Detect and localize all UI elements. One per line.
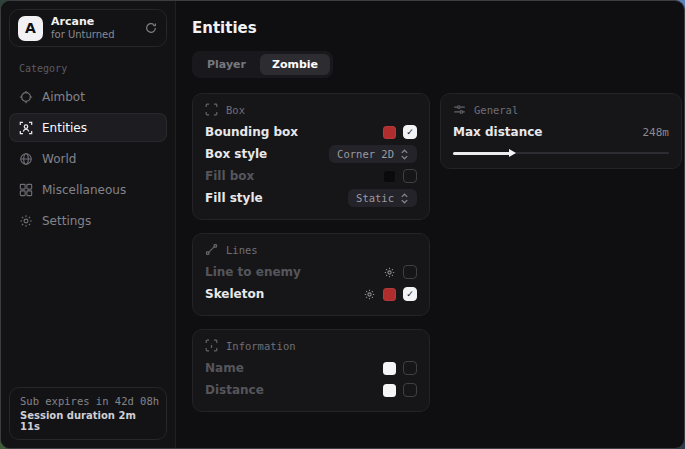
lines-card: Lines Line to enemy <box>192 233 430 316</box>
refresh-icon[interactable] <box>144 21 158 35</box>
fill-style-dropdown[interactable]: Static <box>348 189 417 207</box>
setting-row-box-style: Box style Corner 2D <box>205 143 417 165</box>
checkbox-name[interactable] <box>403 361 417 375</box>
color-swatch[interactable] <box>383 288 396 301</box>
gear-icon <box>19 214 33 228</box>
information-icon <box>205 339 218 352</box>
setting-row-fill-style: Fill style Static <box>205 187 417 209</box>
entity-tabs: Player Zombie <box>192 51 333 78</box>
sidebar-item-label: World <box>42 152 76 166</box>
max-distance-value: 248m <box>643 126 670 139</box>
slider-thumb[interactable] <box>509 149 516 157</box>
setting-row-name: Name <box>205 357 417 379</box>
entities-icon <box>19 121 33 135</box>
setting-row-line-to-enemy: Line to enemy <box>205 261 417 283</box>
tab-zombie[interactable]: Zombie <box>260 54 330 75</box>
sidebar-item-entities[interactable]: Entities <box>9 113 167 142</box>
information-card: Information Name Distance <box>192 329 430 412</box>
sidebar-item-label: Entities <box>42 121 87 135</box>
color-swatch[interactable] <box>383 126 396 139</box>
tab-player[interactable]: Player <box>195 54 258 75</box>
box-card: Box Bounding box ✓ Box style Corn <box>192 93 430 220</box>
setting-row-bounding-box: Bounding box ✓ <box>205 121 417 143</box>
diagonal-line-icon <box>205 243 218 256</box>
sidebar-item-label: Settings <box>42 214 91 228</box>
sidebar-item-world[interactable]: World <box>9 144 167 173</box>
sidebar-nav: Aimbot Entities World <box>9 82 167 235</box>
sub-expires-text: Sub expires in 42d 08h <box>20 395 156 407</box>
sidebar-item-aimbot[interactable]: Aimbot <box>9 82 167 111</box>
box-style-dropdown[interactable]: Corner 2D <box>329 145 417 163</box>
card-title: Box <box>226 104 245 116</box>
card-title: Lines <box>226 244 258 256</box>
app-subtitle: for Unturned <box>51 29 115 41</box>
subscription-card: Sub expires in 42d 08h Session duration … <box>9 387 167 440</box>
checkbox-bounding-box[interactable]: ✓ <box>403 125 417 139</box>
checkbox-line-to-enemy[interactable] <box>403 265 417 279</box>
card-title: Information <box>226 340 296 352</box>
setting-row-fill-box: Fill box <box>205 165 417 187</box>
row-settings-gear-icon[interactable] <box>383 266 396 279</box>
sliders-icon <box>453 103 466 116</box>
category-label: Category <box>19 63 157 74</box>
chevron-updown-icon <box>400 193 409 204</box>
crosshair-icon <box>19 90 33 104</box>
color-swatch[interactable] <box>383 362 396 375</box>
brand-card: A Arcane for Unturned <box>9 9 167 47</box>
page-title: Entities <box>192 19 682 37</box>
main-panel: Entities Player Zombie Box <box>176 1 685 448</box>
sidebar-item-label: Miscellaneous <box>42 183 126 197</box>
color-swatch[interactable] <box>383 384 396 397</box>
setting-row-distance: Distance <box>205 379 417 401</box>
sidebar-item-miscellaneous[interactable]: Miscellaneous <box>9 175 167 204</box>
chevron-updown-icon <box>400 149 409 160</box>
checkbox-skeleton[interactable]: ✓ <box>403 287 417 301</box>
checkbox-fill-box[interactable] <box>403 169 417 183</box>
sidebar-item-settings[interactable]: Settings <box>9 206 167 235</box>
app-logo: A <box>18 16 43 41</box>
grid-icon <box>19 183 33 197</box>
sidebar: A Arcane for Unturned Category Aimbot <box>1 1 176 448</box>
checkbox-distance[interactable] <box>403 383 417 397</box>
max-distance-slider[interactable] <box>453 148 669 158</box>
setting-row-max-distance: Max distance 248m <box>453 121 669 143</box>
globe-icon <box>19 152 33 166</box>
setting-row-skeleton: Skeleton ✓ <box>205 283 417 305</box>
app-name: Arcane <box>51 16 115 29</box>
app-window: A Arcane for Unturned Category Aimbot <box>0 0 685 449</box>
sidebar-item-label: Aimbot <box>42 90 85 104</box>
color-swatch[interactable] <box>383 170 396 183</box>
session-duration-text: Session duration 2m 11s <box>20 410 156 432</box>
general-card: General Max distance 248m <box>440 93 682 169</box>
row-settings-gear-icon[interactable] <box>363 288 376 301</box>
box-corners-icon <box>205 103 218 116</box>
card-title: General <box>474 104 518 116</box>
